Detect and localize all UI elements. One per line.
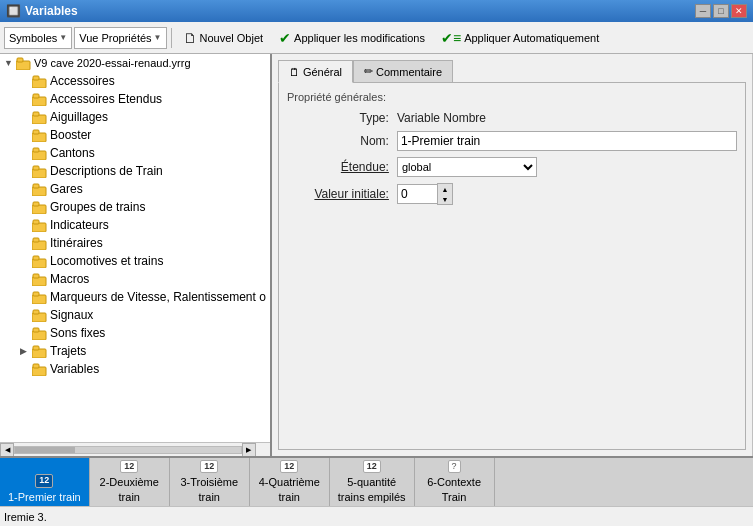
tab2-label-line1: 2-Deuxième	[100, 475, 159, 489]
vue-label: Vue Propriétés	[79, 32, 151, 44]
spinner-down-button[interactable]: ▼	[438, 194, 452, 204]
tab1-num: 12	[35, 474, 53, 488]
item-label: Gares	[50, 182, 83, 196]
scroll-left-arrow[interactable]: ◀	[0, 443, 14, 457]
comment-tab-label: Commentaire	[376, 66, 442, 78]
cantons-label: Cantons	[50, 146, 95, 160]
list-item[interactable]: Locomotives et trains	[0, 252, 270, 270]
valeur-input[interactable]	[397, 184, 437, 204]
props-panel: Propriété générales: Type: Variable Nomb…	[278, 82, 746, 450]
tab3-label-line1: 3-Troisième	[180, 475, 238, 489]
trajets-expand-arrow[interactable]: ▶	[20, 346, 32, 356]
new-obj-button[interactable]: 🗋 Nouvel Objet	[176, 26, 271, 50]
spinner-buttons: ▲ ▼	[437, 183, 453, 205]
item-label: Indicateurs	[50, 218, 109, 232]
tab6-label-line2: Train	[442, 490, 467, 504]
item-label: Sons fixes	[50, 326, 105, 340]
item-label: Macros	[50, 272, 89, 286]
nom-row: Nom:	[287, 131, 737, 151]
list-item[interactable]: Indicateurs	[0, 216, 270, 234]
maximize-button[interactable]: □	[713, 4, 729, 18]
scroll-thumb	[15, 447, 75, 453]
svg-rect-7	[33, 112, 39, 116]
list-item[interactable]: Itinéraires	[0, 234, 270, 252]
list-item[interactable]: Groupes de trains	[0, 198, 270, 216]
svg-rect-35	[33, 364, 39, 368]
folder-icon	[32, 273, 48, 286]
vue-arrow: ▼	[154, 33, 162, 42]
tab4-num: 12	[280, 460, 298, 474]
folder-icon	[32, 147, 48, 160]
apply-button[interactable]: ✔ Appliquer les modifications	[272, 26, 432, 50]
folder-icon	[32, 111, 48, 124]
new-obj-label: Nouvel Objet	[200, 32, 264, 44]
svg-rect-17	[33, 202, 39, 206]
list-item[interactable]: Accessoires	[0, 72, 270, 90]
scroll-right-arrow[interactable]: ▶	[242, 443, 256, 457]
bottom-tab-4[interactable]: 12 4-Quatrième train	[250, 458, 330, 506]
app-icon: 🔲	[6, 4, 21, 18]
item-label: Itinéraires	[50, 236, 103, 250]
list-item[interactable]: Sons fixes	[0, 324, 270, 342]
right-panel: 🗒 Général ✏ Commentaire Propriété généra…	[272, 54, 752, 456]
bottom-tab-6[interactable]: ? 6-Contexte Train	[415, 458, 495, 506]
list-item[interactable]: Gares	[0, 180, 270, 198]
list-item[interactable]: Signaux	[0, 306, 270, 324]
folder-icon	[32, 201, 48, 214]
svg-rect-13	[33, 166, 39, 170]
list-item[interactable]: Macros	[0, 270, 270, 288]
tab2-num: 12	[120, 460, 138, 474]
list-item[interactable]: Variables	[0, 360, 270, 378]
list-item[interactable]: Marqueurs de Vitesse, Ralentissement o	[0, 288, 270, 306]
toolbar: Symboles ▼ Vue Propriétés ▼ 🗋 Nouvel Obj…	[0, 22, 753, 54]
tree-root[interactable]: ▼ V9 cave 2020-essai-renaud.yrrg	[0, 54, 270, 72]
status-bar: Iremie 3.	[0, 506, 753, 526]
comment-tab-icon: ✏	[364, 65, 373, 78]
type-row: Type: Variable Nombre	[287, 111, 737, 125]
svg-rect-1	[17, 58, 23, 62]
bottom-tab-2[interactable]: 12 2-Deuxième train	[90, 458, 170, 506]
list-item[interactable]: Cantons	[0, 144, 270, 162]
tab4-label-line1: 4-Quatrième	[259, 475, 320, 489]
item-label: Locomotives et trains	[50, 254, 163, 268]
etendue-select[interactable]: global local session	[397, 157, 537, 177]
tree-view: ▼ V9 cave 2020-essai-renaud.yrrg Accesso…	[0, 54, 270, 442]
tab5-label-line2: trains empilés	[338, 490, 406, 504]
tab-general[interactable]: 🗒 Général	[278, 60, 353, 83]
apply-icon: ✔	[279, 30, 291, 46]
root-expand-arrow[interactable]: ▼	[4, 58, 16, 68]
etendue-row: Étendue: global local session	[287, 157, 737, 177]
svg-rect-15	[33, 184, 39, 188]
list-item[interactable]: Aiguillages	[0, 108, 270, 126]
tab6-icon: ?	[448, 460, 461, 474]
vue-dropdown[interactable]: Vue Propriétés ▼	[74, 27, 166, 49]
svg-rect-3	[33, 76, 39, 80]
item-label: Variables	[50, 362, 99, 376]
bottom-tab-5[interactable]: 12 5-quantité trains empilés	[330, 458, 415, 506]
folder-icon	[32, 255, 48, 268]
symboles-dropdown[interactable]: Symboles ▼	[4, 27, 72, 49]
list-item[interactable]: Booster	[0, 126, 270, 144]
svg-rect-11	[33, 148, 39, 152]
new-obj-icon: 🗋	[183, 30, 197, 46]
list-item[interactable]: Descriptions de Train	[0, 162, 270, 180]
bottom-tab-1[interactable]: 12 1-Premier train	[0, 458, 90, 506]
tab-commentaire[interactable]: ✏ Commentaire	[353, 60, 453, 82]
apply-auto-icon: ✔≡	[441, 30, 461, 46]
nom-input[interactable]	[397, 131, 737, 151]
spinner-up-button[interactable]: ▲	[438, 184, 452, 194]
tab-bar: 🗒 Général ✏ Commentaire	[278, 60, 746, 82]
tree-hscroll[interactable]: ◀ ▶	[0, 442, 270, 456]
title-bar: 🔲 Variables ─ □ ✕	[0, 0, 753, 22]
tab6-label-line1: 6-Contexte	[427, 475, 481, 489]
apply-auto-button[interactable]: ✔≡ Appliquer Automatiquement	[434, 26, 606, 50]
folder-icon	[32, 183, 48, 196]
bottom-tab-3[interactable]: 12 3-Troisième train	[170, 458, 250, 506]
list-item[interactable]: ▶ Trajets	[0, 342, 270, 360]
minimize-button[interactable]: ─	[695, 4, 711, 18]
folder-icon	[32, 93, 48, 106]
close-button[interactable]: ✕	[731, 4, 747, 18]
list-item[interactable]: Accessoires Etendus	[0, 90, 270, 108]
type-label: Type:	[287, 111, 397, 125]
tab5-num: 12	[363, 460, 381, 474]
